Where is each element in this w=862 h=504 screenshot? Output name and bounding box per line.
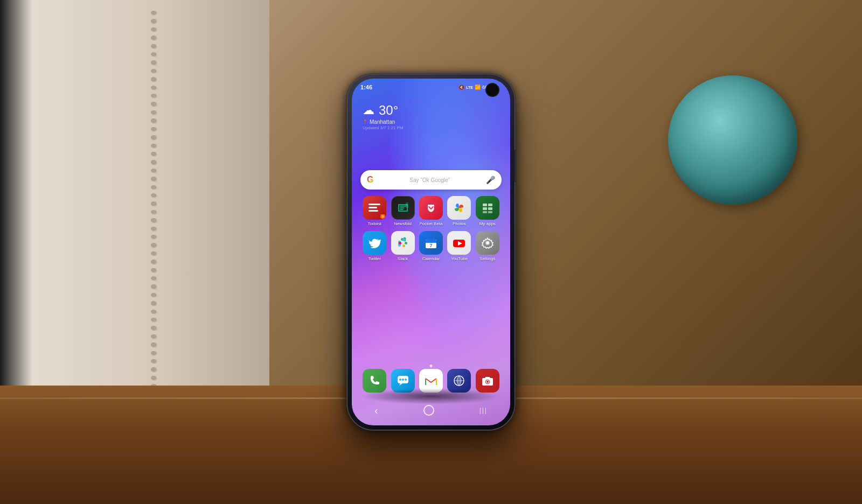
svg-text:7: 7 (429, 243, 432, 248)
pocket-label: Pocket Beta (419, 221, 442, 227)
myapps-icon (476, 196, 499, 220)
google-logo: G (367, 175, 373, 185)
app-pocket[interactable]: Pocket Beta (418, 196, 444, 227)
app-row-1: β Todoist N (360, 196, 502, 227)
weather-temperature: ☁ 30° (363, 103, 404, 118)
back-button[interactable]: ‹ (374, 404, 378, 417)
svg-rect-16 (405, 242, 407, 244)
signal-icon: 📶 (475, 85, 481, 90)
svg-point-31 (402, 379, 404, 381)
weather-widget[interactable]: ☁ 30° 📍 Manhattan Updated 3/7 1:21 PM (363, 103, 404, 130)
app-calendar[interactable]: 7 Calendar (418, 231, 444, 262)
calendar-icon: 7 (419, 231, 443, 255)
newsfold-label: Newsfold (394, 221, 412, 227)
svg-rect-2 (369, 210, 378, 212)
page-dot-active (430, 365, 433, 367)
youtube-label: YouTube (451, 256, 468, 262)
svg-rect-17 (402, 239, 405, 241)
power-button (515, 150, 516, 182)
pocket-icon (419, 196, 443, 220)
svg-text:N: N (406, 204, 408, 207)
newsfold-icon: N (391, 196, 415, 220)
weather-location: 📍 Manhattan (363, 119, 404, 125)
beta-badge: β (380, 214, 385, 219)
myapps-label: My apps (479, 221, 496, 227)
phone-body-outer: 1:46 🔇 LTE 📶 66% 🔋 ☁ 30° 📍 Manhattan (347, 74, 515, 430)
svg-rect-0 (369, 204, 380, 205)
svg-rect-7 (488, 207, 492, 210)
location-pin-icon: 📍 (363, 120, 368, 124)
google-search-bar[interactable]: G Say "Ok Google" 🎤 (360, 170, 502, 190)
svg-rect-15 (402, 244, 405, 247)
calendar-label: Calendar (422, 256, 440, 262)
svg-point-30 (399, 379, 401, 381)
phone-device: 1:46 🔇 LTE 📶 66% 🔋 ☁ 30° 📍 Manhattan (347, 74, 515, 430)
twitter-label: Twitter (368, 256, 381, 262)
weather-updated: Updated 3/7 1:21 PM (363, 125, 404, 130)
slack-icon (391, 231, 415, 255)
app-grid: β Todoist N (360, 196, 502, 265)
slack-label: Slack (398, 256, 408, 262)
recents-button[interactable]: ||| (479, 407, 488, 414)
app-photos[interactable]: Photos (446, 196, 472, 227)
app-myapps[interactable]: My apps (475, 196, 500, 227)
settings-icon (476, 231, 499, 255)
app-settings[interactable]: Settings (475, 231, 500, 262)
app-todoist[interactable]: β Todoist (362, 196, 387, 227)
youtube-icon (447, 231, 471, 255)
svg-rect-8 (483, 211, 487, 213)
app-twitter[interactable]: Twitter (362, 231, 387, 262)
settings-label: Settings (479, 256, 495, 262)
todoist-icon: β (363, 196, 386, 220)
photos-icon (447, 196, 471, 220)
photos-label: Photos (453, 221, 466, 227)
cloud-icon: ☁ (363, 103, 374, 117)
app-youtube[interactable]: YouTube (446, 231, 472, 262)
svg-rect-1 (369, 207, 377, 208)
microphone-icon[interactable]: 🎤 (486, 176, 495, 184)
lte-icon: LTE (466, 86, 473, 89)
decorative-orb (668, 75, 797, 205)
page-indicator (430, 365, 433, 367)
app-row-2: Twitter (360, 231, 502, 262)
temp-value: 30° (379, 103, 398, 118)
mute-icon: 🔇 (458, 85, 464, 90)
svg-point-32 (405, 379, 407, 381)
search-placeholder: Say "Ok Google" (378, 177, 482, 183)
svg-rect-14 (399, 242, 401, 244)
phone-screen: 1:46 🔇 LTE 📶 66% 🔋 ☁ 30° 📍 Manhattan (352, 79, 510, 425)
camera-hole (486, 84, 498, 96)
app-newsfold[interactable]: N Newsfold (390, 196, 416, 227)
svg-rect-9 (488, 211, 492, 213)
svg-rect-6 (483, 207, 487, 210)
svg-rect-4 (483, 204, 487, 206)
home-button[interactable] (423, 405, 434, 416)
status-time: 1:46 (360, 84, 372, 90)
phone-shadow (361, 388, 501, 404)
todoist-label: Todoist (368, 221, 381, 227)
twitter-icon (363, 231, 386, 255)
svg-rect-5 (488, 204, 492, 206)
svg-rect-33 (426, 377, 436, 385)
app-slack[interactable]: Slack (390, 231, 416, 262)
svg-marker-29 (399, 383, 402, 386)
